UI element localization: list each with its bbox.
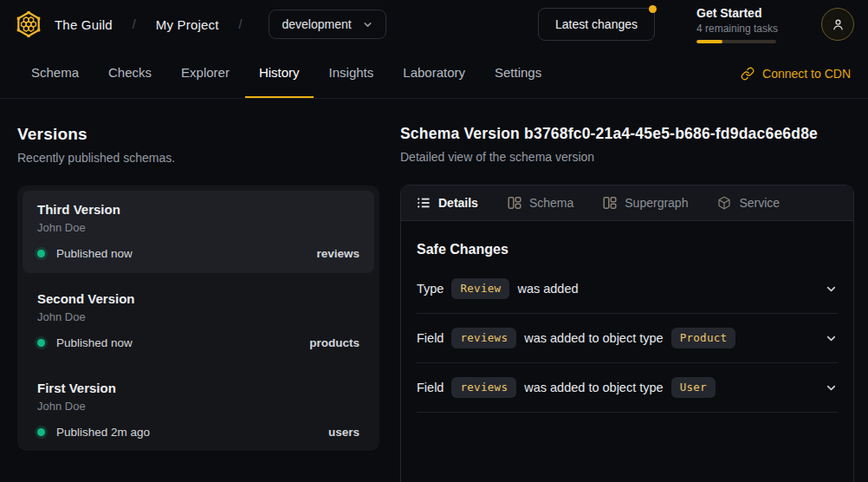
- versions-panel: Versions Recently published schemas. Thi…: [17, 125, 379, 482]
- connect-to-cdn-label: Connect to CDN: [762, 67, 851, 81]
- tab-details-label: Details: [438, 196, 478, 210]
- link-icon: [741, 67, 755, 81]
- version-list-item[interactable]: First Version John Doe Published 2m ago …: [23, 369, 374, 452]
- version-list-item[interactable]: Third Version John Doe Published now rev…: [23, 191, 374, 273]
- tab-supergraph[interactable]: Supergraph: [603, 196, 688, 210]
- list-icon: [417, 196, 431, 210]
- breadcrumb-org[interactable]: The Guild: [55, 17, 113, 32]
- tab-details[interactable]: Details: [417, 196, 478, 210]
- change-row[interactable]: Field reviews was added to object type P…: [417, 314, 838, 363]
- target-selector-dropdown[interactable]: development: [269, 10, 385, 39]
- breadcrumb-separator: /: [239, 17, 243, 31]
- change-prefix: Field: [417, 331, 444, 345]
- published-label: Published now: [56, 247, 133, 260]
- cube-icon: [717, 196, 731, 210]
- change-type-badge: User: [671, 377, 716, 398]
- chevron-down-icon: [825, 332, 838, 345]
- get-started-subtitle: 4 remaining tasks: [696, 23, 780, 35]
- change-code-badge: reviews: [451, 377, 516, 398]
- get-started-widget[interactable]: Get Started 4 remaining tasks: [696, 6, 780, 43]
- tab-insights[interactable]: Insights: [315, 49, 388, 98]
- tab-history[interactable]: History: [245, 49, 314, 98]
- version-name: First Version: [37, 381, 360, 395]
- service-name: reviews: [316, 247, 360, 260]
- connect-to-cdn-link[interactable]: Connect to CDN: [741, 49, 851, 98]
- detail-tab-bar: Details Schema Sup: [401, 186, 853, 221]
- change-prefix: Field: [417, 381, 444, 394]
- breadcrumb-separator: /: [133, 17, 136, 31]
- schema-version-panel: Schema Version b3768fc0-21a4-45e5-b686-f…: [400, 125, 854, 482]
- change-prefix: Type: [417, 282, 444, 296]
- user-avatar[interactable]: [821, 8, 854, 41]
- target-selector-value: development: [282, 17, 351, 31]
- tab-settings[interactable]: Settings: [481, 49, 555, 98]
- latest-changes-label: Latest changes: [555, 17, 638, 31]
- schema-version-title: Schema Version b3768fc0-21a4-45e5-b686-f…: [400, 125, 854, 143]
- change-type-badge: Product: [671, 328, 736, 348]
- chevron-down-icon: [825, 283, 838, 296]
- person-icon: [831, 17, 845, 32]
- published-label: Published now: [56, 336, 133, 349]
- change-row[interactable]: Type Review was added: [417, 264, 838, 314]
- version-name: Second Version: [37, 291, 360, 306]
- hive-logo-icon[interactable]: [14, 10, 43, 39]
- breadcrumb: The Guild / My Project / development: [14, 10, 386, 39]
- version-author: John Doe: [37, 400, 360, 413]
- get-started-title: Get Started: [696, 6, 780, 20]
- notification-dot: [649, 5, 657, 13]
- get-started-progressbar: [696, 40, 776, 43]
- top-header: The Guild / My Project / development Lat…: [0, 0, 868, 49]
- tab-service-label: Service: [739, 196, 780, 210]
- published-status-dot: [37, 250, 45, 257]
- published-status-dot: [37, 339, 45, 347]
- version-name: Third Version: [37, 202, 360, 217]
- version-author: John Doe: [37, 221, 360, 234]
- tab-schema-view-label: Schema: [529, 196, 573, 210]
- project-nav: Schema Checks Explorer History Insights …: [0, 49, 868, 99]
- tab-supergraph-label: Supergraph: [625, 196, 688, 210]
- change-row[interactable]: Field reviews was added to object type U…: [417, 363, 838, 413]
- tab-schema-view[interactable]: Schema: [508, 196, 573, 210]
- change-middle: was added: [517, 282, 578, 296]
- tab-explorer[interactable]: Explorer: [167, 49, 243, 98]
- tab-checks[interactable]: Checks: [94, 49, 165, 98]
- change-middle: was added to object type: [524, 331, 663, 345]
- published-status-dot: [37, 428, 45, 436]
- change-middle: was added to object type: [524, 381, 663, 394]
- breadcrumb-project[interactable]: My Project: [156, 17, 219, 32]
- versions-subtitle: Recently published schemas.: [17, 151, 379, 165]
- service-name: users: [328, 426, 360, 439]
- service-name: products: [309, 336, 360, 349]
- chevron-down-icon: [362, 19, 373, 30]
- version-author: John Doe: [37, 310, 360, 323]
- panels-icon: [603, 196, 617, 210]
- version-list-item[interactable]: Second Version John Doe Published now pr…: [23, 280, 374, 362]
- versions-title: Versions: [17, 125, 379, 144]
- change-code-badge: Review: [451, 278, 509, 299]
- change-code-badge: reviews: [451, 328, 516, 348]
- latest-changes-button[interactable]: Latest changes: [538, 8, 655, 41]
- panels-icon: [508, 196, 521, 210]
- safe-changes-heading: Safe Changes: [417, 242, 838, 257]
- tab-laboratory[interactable]: Laboratory: [389, 49, 479, 98]
- get-started-progress-fill: [696, 40, 722, 43]
- chevron-down-icon: [825, 381, 838, 394]
- schema-version-detail-box: Details Schema Sup: [400, 185, 854, 482]
- versions-list: Third Version John Doe Published now rev…: [17, 186, 379, 451]
- published-label: Published 2m ago: [56, 426, 150, 439]
- tab-service[interactable]: Service: [717, 196, 780, 210]
- tab-schema[interactable]: Schema: [17, 49, 93, 98]
- schema-version-subtitle: Detailed view of the schema version: [400, 150, 854, 164]
